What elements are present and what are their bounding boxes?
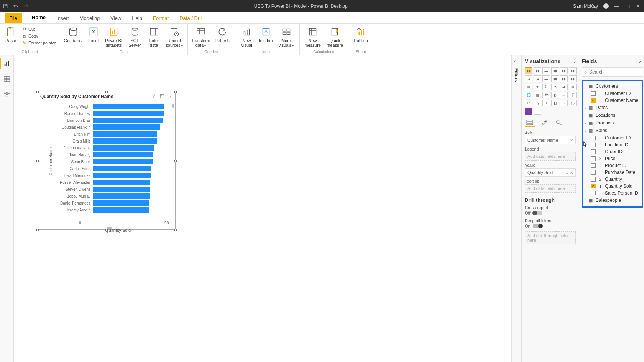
bar-row[interactable]: Joshua Watkins xyxy=(53,144,170,151)
viz-type-cell[interactable]: ◧ xyxy=(551,100,559,106)
text-box-button[interactable]: AText box xyxy=(258,25,274,43)
tab-view[interactable]: View xyxy=(110,13,122,23)
tab-insert[interactable]: Insert xyxy=(56,13,70,23)
bar-fill[interactable] xyxy=(93,187,150,192)
enter-data-button[interactable]: Enter data xyxy=(146,25,162,48)
maximize-icon[interactable]: ▢ xyxy=(625,3,630,9)
keep-filters-toggle[interactable] xyxy=(533,224,543,228)
bar-fill[interactable] xyxy=(93,118,163,123)
minimize-icon[interactable]: — xyxy=(614,3,619,9)
viz-type-cell[interactable]: ⊞ xyxy=(525,84,532,90)
cut-button[interactable]: ✂Cut xyxy=(21,26,57,32)
remove-field-icon[interactable]: ✕ xyxy=(570,138,573,143)
collapse-fields-icon[interactable]: › xyxy=(639,58,641,64)
bar-row[interactable]: Bobby Murray xyxy=(53,193,170,200)
viz-type-cell[interactable]: ▮▮ xyxy=(560,67,568,74)
format-tab-icon[interactable] xyxy=(539,118,549,127)
tooltips-well[interactable]: Add data fields here xyxy=(525,184,576,193)
viz-type-cell[interactable]: Py xyxy=(534,100,541,106)
table-sales[interactable]: ⌄▦Sales xyxy=(583,127,641,134)
viz-type-cell[interactable]: ▬ xyxy=(542,75,550,82)
fields-search[interactable]: ⌕ xyxy=(582,67,643,77)
viz-type-cell[interactable]: ↔ xyxy=(560,100,568,106)
new-measure-button[interactable]: New measure xyxy=(303,25,323,48)
bar-row[interactable]: Carlos Scott xyxy=(53,165,170,172)
viz-type-cell[interactable]: ◯ xyxy=(569,100,577,106)
bar-fill[interactable] xyxy=(93,166,151,171)
report-view-button[interactable] xyxy=(3,60,11,67)
more-visuals-button[interactable]: More visuals xyxy=(276,25,296,48)
data-view-button[interactable] xyxy=(3,75,11,83)
bar-fill[interactable] xyxy=(93,111,164,116)
close-icon[interactable]: ✕ xyxy=(636,3,641,9)
recent-sources-button[interactable]: Recent sources xyxy=(164,25,184,48)
bar-row[interactable]: Daniel Fernandez xyxy=(53,200,170,206)
sql-button[interactable]: SQL Server xyxy=(126,25,144,48)
viz-type-cell[interactable]: ⅀ xyxy=(569,92,577,98)
publish-button[interactable]: Publish xyxy=(352,25,371,43)
bar-row[interactable]: Sean Black xyxy=(53,158,170,165)
bar-fill[interactable] xyxy=(93,193,150,199)
viz-type-cell[interactable]: ▮▮ xyxy=(569,67,577,74)
filter-icon[interactable] xyxy=(151,94,156,98)
bar-fill[interactable] xyxy=(93,138,157,144)
cross-report-toggle[interactable] xyxy=(532,211,542,215)
tab-home[interactable]: Home xyxy=(31,12,46,23)
bar-row[interactable]: Steven Owens xyxy=(53,186,170,193)
field-product-id[interactable]: Product ID xyxy=(583,162,641,169)
bar-fill[interactable] xyxy=(93,145,154,151)
axis-well[interactable]: Customer Name⌄✕ xyxy=(525,136,576,144)
viz-type-cell[interactable]: ⠿ xyxy=(542,84,550,90)
tab-format[interactable]: Format xyxy=(152,13,169,23)
field-customer-id[interactable]: Customer ID xyxy=(583,90,641,97)
transform-button[interactable]: Transform data xyxy=(191,25,211,48)
bar-fill[interactable] xyxy=(93,200,149,206)
viz-type-cell[interactable]: 🗺 xyxy=(542,92,550,98)
viz-type-cell[interactable]: ▦ xyxy=(534,92,541,98)
viz-type-cell[interactable]: ▮▮ xyxy=(569,75,577,82)
viz-type-cell[interactable]: 🌐 xyxy=(525,92,532,98)
bar-row[interactable]: Juan Harvey xyxy=(53,151,170,158)
field-quantity-sold[interactable]: ✓▮Quantity Sold xyxy=(583,183,641,190)
table-dates[interactable]: ⌄▦Dates xyxy=(583,104,641,111)
tab-help[interactable]: Help xyxy=(131,13,143,23)
bar-row[interactable]: Douglas Franklin xyxy=(53,124,170,131)
search-input[interactable] xyxy=(589,69,644,75)
bar-row[interactable]: Ronald Bradley xyxy=(53,110,170,117)
viz-type-cell[interactable]: ▮▮ xyxy=(525,67,532,74)
undo-icon[interactable] xyxy=(13,3,18,9)
bar-row[interactable]: Brian Kim xyxy=(53,131,170,138)
more-options-icon[interactable]: ⋯ xyxy=(168,94,173,98)
tab-data-drill[interactable]: Data / Drill xyxy=(179,13,204,23)
bar-fill[interactable] xyxy=(93,104,164,109)
bar-row[interactable]: Craig Mills xyxy=(53,138,170,144)
viz-type-cell[interactable]: ◕ xyxy=(560,84,568,90)
bar-fill[interactable] xyxy=(93,173,151,178)
excel-button[interactable]: XExcel xyxy=(85,25,102,43)
viz-type-cell[interactable]: ◐ xyxy=(551,92,559,98)
copy-button[interactable]: ⧉Copy xyxy=(21,33,57,39)
viz-type-cell[interactable]: ⌖ xyxy=(542,100,550,106)
table-salespeople[interactable]: ⌄▦Salespeople xyxy=(583,197,641,204)
bar-fill[interactable] xyxy=(93,207,149,213)
chevron-down-icon[interactable]: ⌄ xyxy=(565,170,568,175)
pbi-datasets-button[interactable]: Power BI datasets xyxy=(104,25,124,48)
fields-tab-icon[interactable] xyxy=(525,118,535,127)
chart-scrollbar-h[interactable] xyxy=(107,227,112,229)
tab-modeling[interactable]: Modeling xyxy=(79,13,101,23)
viz-type-cell[interactable]: ⋯ xyxy=(534,108,541,115)
field-order-id[interactable]: Order ID xyxy=(583,148,641,155)
field-purchase-date[interactable]: Purchase Date xyxy=(583,169,641,176)
format-painter-button[interactable]: ✎Format painter xyxy=(21,40,57,46)
value-well[interactable]: Quantity Sold⌄✕ xyxy=(525,168,576,177)
field-location-id[interactable]: Location ID xyxy=(583,141,641,148)
quick-measure-button[interactable]: Quick measure xyxy=(325,25,345,48)
viz-type-cell[interactable]: ◉ xyxy=(525,108,532,115)
user-name[interactable]: Sam McKay xyxy=(573,3,598,9)
bar-row[interactable]: Craig Wright xyxy=(53,103,170,110)
bar-fill[interactable] xyxy=(93,159,153,164)
viz-type-cell[interactable]: ◢ xyxy=(525,75,532,82)
table-products[interactable]: ⌄▦Products xyxy=(583,119,641,127)
expand-filters-icon[interactable]: ‹ xyxy=(514,58,516,64)
field-customer-name[interactable]: ✓Customer Name xyxy=(583,97,641,104)
